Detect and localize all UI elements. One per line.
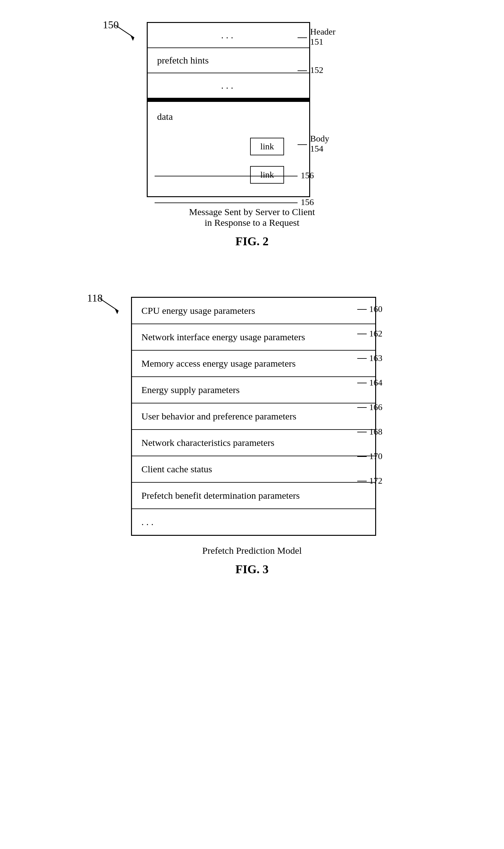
link-box-2: link	[250, 166, 284, 184]
prefetch-row: prefetch hints	[148, 48, 309, 73]
model-row-cpu: CPU energy usage parameters	[132, 298, 375, 324]
model-row-user-behavior: User behavior and preference parameters	[132, 403, 375, 430]
header-section: ... prefetch hints ...	[148, 23, 309, 99]
svg-text:166: 166	[369, 402, 382, 412]
fig3-refs-svg: 160 162 163 164 166 168	[357, 297, 420, 549]
svg-text:168: 168	[369, 427, 382, 436]
model-row-network-interface: Network interface energy usage parameter…	[132, 324, 375, 351]
dots-row-1: ...	[148, 23, 309, 48]
svg-text:164: 164	[369, 378, 382, 387]
fig3-section: 118 CPU energy usage parameters Network …	[25, 292, 479, 576]
svg-text:156: 156	[301, 170, 314, 180]
model-row-prefetch-benefit: Prefetch benefit determination parameter…	[132, 483, 375, 509]
svg-text:160: 160	[369, 304, 382, 314]
fig3-caption: Prefetch Prediction Model	[202, 545, 302, 556]
message-box: ... prefetch hints ...	[147, 22, 310, 197]
fig2-annotations-svg: Header 151 152 Body 154 156	[298, 22, 376, 217]
svg-text:163: 163	[369, 353, 382, 363]
fig2-diagram: ... prefetch hints ...	[134, 22, 401, 197]
svg-text:156: 156	[301, 197, 314, 207]
model-row-client-cache: Client cache status	[132, 456, 375, 483]
model-row-energy-supply: Energy supply parameters	[132, 377, 375, 403]
svg-text:172: 172	[369, 476, 382, 485]
page-container: 150 ... pre	[25, 19, 479, 576]
model-row-dots: ...	[132, 509, 375, 535]
svg-text:Body: Body	[310, 134, 329, 143]
svg-text:Header: Header	[310, 27, 336, 36]
dots-row-2: ...	[148, 73, 309, 99]
svg-text:154: 154	[310, 144, 323, 153]
fig2-caption: Message Sent by Server to Client in Resp…	[189, 207, 315, 228]
body-section: data link link	[148, 99, 309, 196]
model-row-memory-access: Memory access energy usage parameters	[132, 351, 375, 377]
model-box: CPU energy usage parameters Network inte…	[131, 297, 376, 536]
fig2-title: FIG. 2	[235, 234, 269, 248]
svg-text:151: 151	[310, 37, 323, 47]
data-row: data link link	[148, 102, 309, 196]
svg-text:152: 152	[310, 65, 323, 75]
link-box-1: link	[250, 138, 284, 155]
svg-text:162: 162	[369, 329, 382, 338]
fig3-diagram: CPU energy usage parameters Network inte…	[112, 297, 417, 536]
model-row-network-char: Network characteristics parameters	[132, 430, 375, 456]
svg-text:170: 170	[369, 451, 382, 461]
fig3-title: FIG. 3	[235, 562, 269, 576]
fig2-section: 150 ... pre	[25, 19, 479, 248]
